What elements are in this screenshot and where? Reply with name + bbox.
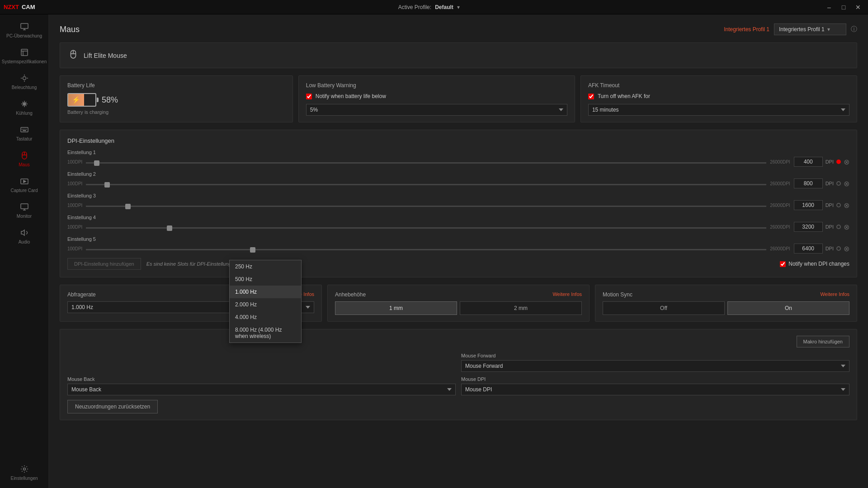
dpi-row-5: Einstellung 5 100DPI 26000DPI DPI ⊗ bbox=[67, 236, 849, 253]
sidebar-item-mouse[interactable]: Maus bbox=[0, 147, 48, 171]
dropdown-item-8000hz[interactable]: 8.000 Hz (4.000 Hz when wireless) bbox=[230, 324, 301, 343]
device-mouse-icon bbox=[68, 49, 78, 61]
dpi-add-button[interactable]: DPI-Einstellung hinzufügen bbox=[67, 258, 141, 270]
maximize-button[interactable]: □ bbox=[837, 2, 850, 13]
app-body: PC-Überwachung Systemspezifikationen Bel… bbox=[0, 14, 868, 488]
mouse-back-select[interactable]: Mouse Back bbox=[67, 384, 456, 395]
notify-dpi-row: Notify when DPI changes bbox=[780, 261, 849, 267]
dpi-slider-4[interactable] bbox=[86, 227, 766, 229]
afk-select[interactable]: 5 minutes 10 minutes 15 minutes 30 minut… bbox=[588, 104, 849, 116]
profile-dropdown[interactable]: Integriertes Profil 1 ▾ bbox=[774, 23, 846, 35]
dropdown-item-2000hz[interactable]: 2.000 Hz bbox=[230, 298, 301, 311]
keyboard-icon bbox=[19, 125, 29, 135]
dpi-value-row-2: DPI ⊗ bbox=[794, 178, 849, 188]
system-specs-icon bbox=[19, 47, 29, 57]
sidebar-item-settings[interactable]: Einstellungen bbox=[0, 460, 48, 484]
sidebar-label-cooling: Kühlung bbox=[16, 111, 33, 116]
sidebar-item-monitor[interactable]: Monitor bbox=[0, 198, 48, 222]
dpi-input-3[interactable] bbox=[794, 200, 823, 210]
dpi-label-3: Einstellung 3 bbox=[67, 193, 849, 198]
sidebar: PC-Überwachung Systemspezifikationen Bel… bbox=[0, 14, 49, 488]
liftoff-2mm-button[interactable]: 2 mm bbox=[460, 301, 582, 315]
dropdown-item-500hz[interactable]: 500 Hz bbox=[230, 273, 301, 286]
active-profile-area: Active Profile: Default ▾ bbox=[398, 4, 460, 10]
dropdown-item-1000hz[interactable]: 1.000 Hz bbox=[230, 286, 301, 298]
sidebar-item-cooling[interactable]: Kühlung bbox=[0, 95, 48, 119]
afk-title: AFK Timeout bbox=[588, 82, 849, 89]
assignment-row-forward: Mouse Forward Mouse Forward bbox=[67, 353, 849, 372]
low-battery-checkbox[interactable] bbox=[306, 94, 312, 99]
dpi-remove-2[interactable]: ⊗ bbox=[844, 179, 849, 188]
reset-row: Neuzuordnungen zurücksetzen bbox=[67, 400, 849, 413]
mouse-dpi-label: Mouse DPI bbox=[461, 376, 849, 382]
dpi-slider-5[interactable] bbox=[86, 249, 766, 250]
dpi-max-4: 26000DPI bbox=[770, 225, 790, 230]
reset-button[interactable]: Neuzuordnungen zurücksetzen bbox=[67, 400, 158, 413]
afk-checkbox[interactable] bbox=[588, 94, 594, 99]
motion-sync-on-button[interactable]: On bbox=[727, 301, 849, 315]
minimize-button[interactable]: – bbox=[823, 2, 835, 13]
dpi-label-4: Einstellung 4 bbox=[67, 215, 849, 220]
afk-select-wrapper: 5 minutes 10 minutes 15 minutes 30 minut… bbox=[588, 104, 849, 116]
assignment-item-back: Mouse Back Mouse Back bbox=[67, 376, 456, 395]
low-battery-checkbox-label: Notify when battery life below bbox=[316, 93, 386, 99]
lighting-icon bbox=[19, 73, 29, 83]
dpi-value-row-1: DPI ⊗ bbox=[794, 157, 849, 167]
dropdown-item-4000hz[interactable]: 4.000 Hz bbox=[230, 311, 301, 324]
sidebar-item-pc-monitoring[interactable]: PC-Überwachung bbox=[0, 18, 48, 42]
liftoff-title-row: Anhebehöhe Weitere Infos bbox=[335, 291, 582, 298]
assignment-item-dpi: Mouse DPI Mouse DPI bbox=[461, 376, 849, 395]
profile-info-icon[interactable]: ⓘ bbox=[851, 25, 857, 33]
integrated-profile-label: Integriertes Profil 1 bbox=[724, 26, 769, 33]
add-macro-button[interactable]: Makro hinzufügen bbox=[797, 336, 849, 347]
dpi-slider-1[interactable] bbox=[86, 162, 766, 164]
svg-marker-21 bbox=[24, 180, 26, 183]
notify-dpi-checkbox[interactable] bbox=[780, 261, 786, 267]
top-settings-row: Battery Life ⚡ 58% Battery is charging bbox=[60, 75, 857, 122]
motion-sync-more-info[interactable]: Weitere Infos bbox=[820, 291, 849, 298]
mouse-dpi-select[interactable]: Mouse DPI bbox=[461, 384, 849, 395]
dpi-label-5: Einstellung 5 bbox=[67, 236, 849, 242]
mouse-forward-select[interactable]: Mouse Forward bbox=[461, 360, 849, 372]
assignment-row-back-dpi: Mouse Back Mouse Back Mouse DPI Mouse DP… bbox=[67, 376, 849, 395]
dpi-label-1: Einstellung 1 bbox=[67, 150, 849, 155]
dropdown-item-250hz[interactable]: 250 Hz bbox=[230, 260, 301, 273]
dpi-inactive-dot-5 bbox=[836, 246, 841, 251]
dpi-active-dot-1 bbox=[836, 160, 841, 164]
sidebar-item-system-specs[interactable]: Systemspezifikationen bbox=[0, 44, 48, 68]
dpi-add-row: DPI-Einstellung hinzufügen Es sind keine… bbox=[67, 258, 849, 270]
liftoff-more-info[interactable]: Weitere Infos bbox=[552, 291, 582, 298]
dpi-remove-5[interactable]: ⊗ bbox=[844, 244, 849, 253]
sidebar-item-lighting[interactable]: Beleuchtung bbox=[0, 70, 48, 94]
dpi-input-5[interactable] bbox=[794, 244, 823, 253]
dpi-max-2: 26000DPI bbox=[770, 181, 790, 186]
low-battery-title: Low Battery Warning bbox=[306, 82, 567, 89]
profile-chevron-icon[interactable]: ▾ bbox=[457, 4, 460, 10]
dpi-remove-4[interactable]: ⊗ bbox=[844, 223, 849, 231]
sidebar-item-keyboard[interactable]: Tastatur bbox=[0, 121, 48, 145]
dpi-input-1[interactable] bbox=[794, 157, 823, 167]
sidebar-label-keyboard: Tastatur bbox=[16, 136, 33, 141]
sidebar-item-capture-card[interactable]: Capture Card bbox=[0, 173, 48, 197]
battery-status: Battery is charging bbox=[67, 109, 285, 115]
sidebar-bottom: Einstellungen bbox=[0, 460, 48, 488]
liftoff-1mm-button[interactable]: 1 mm bbox=[335, 301, 457, 315]
close-button[interactable]: ✕ bbox=[852, 2, 864, 13]
dpi-label-2: Einstellung 2 bbox=[67, 171, 849, 177]
low-battery-select[interactable]: 5% 10% 15% 20% bbox=[306, 104, 567, 116]
dpi-remove-3[interactable]: ⊗ bbox=[844, 201, 849, 210]
motion-sync-off-button[interactable]: Off bbox=[603, 301, 725, 315]
dpi-section: DPI-Einstellungen Einstellung 1 100DPI 2… bbox=[60, 130, 857, 277]
sidebar-item-audio[interactable]: Audio bbox=[0, 224, 48, 248]
dpi-slider-3[interactable] bbox=[86, 206, 766, 207]
battery-percentage: 58% bbox=[102, 95, 118, 105]
dpi-slider-2[interactable] bbox=[86, 184, 766, 185]
cooling-icon bbox=[19, 99, 29, 109]
assignment-item-forward: Mouse Forward Mouse Forward bbox=[461, 353, 849, 372]
dpi-input-4[interactable] bbox=[794, 222, 823, 232]
mouse-back-label: Mouse Back bbox=[67, 376, 456, 382]
dpi-remove-1[interactable]: ⊗ bbox=[844, 158, 849, 166]
dpi-input-2[interactable] bbox=[794, 178, 823, 188]
polling-row: Abfragerate Weitere Infos 250 Hz 500 Hz … bbox=[60, 285, 857, 322]
mouse-forward-label: Mouse Forward bbox=[461, 353, 849, 358]
